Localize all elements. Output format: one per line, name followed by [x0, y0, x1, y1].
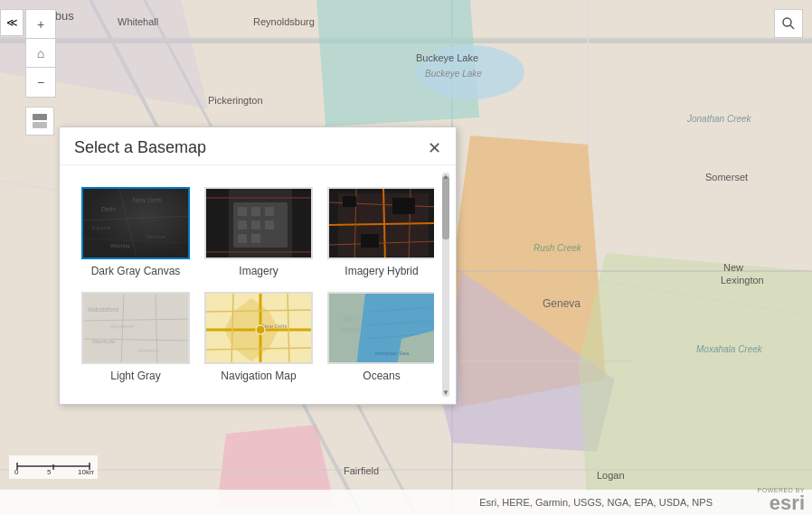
zoom-controls: + ⌂ − [25, 9, 56, 98]
basemap-item-imagery-hybrid[interactable]: Imagery Hybrid [320, 180, 434, 285]
svg-rect-57 [292, 189, 311, 258]
svg-line-36 [790, 25, 794, 29]
svg-text:Whitehall: Whitehall [118, 16, 158, 27]
basemap-item-dark-gray-canvas[interactable]: Delhi New Delhi Karachi Mumbai Wachita D… [74, 180, 197, 285]
svg-text:5: 5 [47, 468, 52, 475]
svg-text:Fairfield: Fairfield [344, 465, 379, 476]
svg-text:Reynoldsburg: Reynoldsburg [253, 16, 315, 27]
attribution-text: Esri, HERE, Garmin, USGS, NGA, EPA, USDA… [479, 497, 713, 508]
svg-text:New: New [723, 262, 743, 273]
svg-rect-51 [238, 220, 247, 229]
svg-text:New Delhi: New Delhi [133, 197, 162, 203]
svg-text:Buckeye Lake: Buckeye Lake [425, 69, 482, 79]
scale-bar: 0 5 10km [9, 455, 98, 479]
svg-rect-50 [265, 207, 274, 216]
basemap-modal-title: Select a Basemap [74, 138, 206, 157]
basemap-thumb-imagery [204, 187, 313, 259]
svg-text:Moxahala Creek: Moxahala Creek [696, 344, 763, 354]
svg-text:Buckeye Lake: Buckeye Lake [416, 52, 478, 63]
basemap-toggle-button[interactable] [25, 107, 54, 136]
basemap-close-button[interactable]: ✕ [428, 140, 441, 156]
modal-scrollbar[interactable]: ▲ ▼ [439, 173, 452, 397]
basemap-label-imagery-hybrid: Imagery Hybrid [345, 265, 418, 277]
basemap-label-navigation-map: Navigation Map [221, 370, 296, 382]
svg-line-43 [83, 216, 190, 220]
basemap-modal-header: Select a Basemap ✕ [60, 127, 456, 165]
svg-text:Jonathan Creek: Jonathan Creek [686, 114, 752, 124]
scrollbar-thumb[interactable] [442, 176, 449, 239]
svg-rect-52 [251, 220, 260, 229]
svg-rect-54 [238, 234, 247, 243]
basemap-item-navigation-map[interactable]: New Delhi Navigation Map [197, 285, 320, 389]
basemap-thumb-dark-gray-canvas: Delhi New Delhi Karachi Mumbai Wachita [81, 187, 190, 259]
svg-text:Geneva: Geneva [543, 297, 581, 310]
scroll-down-arrow[interactable]: ▼ [442, 389, 449, 397]
zoom-out-button[interactable]: − [26, 68, 55, 97]
basemap-thumb-oceans: Bay of Bengal Andaman Sea [327, 292, 434, 364]
svg-text:Andaman Sea: Andaman Sea [374, 351, 410, 356]
svg-text:Logan: Logan [597, 470, 625, 481]
svg-rect-56 [206, 189, 229, 258]
svg-rect-68 [343, 196, 356, 207]
attribution-bar: Esri, HERE, Garmin, USGS, NGA, EPA, USDA… [0, 490, 812, 515]
svg-rect-48 [238, 207, 247, 216]
svg-text:Somerset: Somerset [705, 172, 748, 183]
basemap-thumb-light-gray: Abbotsford Algonquin Aberfoyle Allenford [81, 292, 190, 364]
svg-rect-34 [33, 122, 47, 128]
zoom-in-button[interactable]: + [26, 10, 55, 39]
svg-text:Mumbai: Mumbai [146, 234, 165, 239]
home-icon: ⌂ [37, 46, 44, 61]
svg-text:New Delhi: New Delhi [262, 323, 287, 329]
svg-text:Delhi: Delhi [101, 206, 116, 212]
layers-icon [31, 112, 49, 130]
basemap-label-oceans: Oceans [363, 370, 400, 382]
search-icon [781, 16, 796, 31]
basemap-grid: Delhi New Delhi Karachi Mumbai Wachita D… [67, 173, 434, 397]
basemap-item-light-gray[interactable]: Abbotsford Algonquin Aberfoyle Allenford… [74, 285, 197, 389]
svg-rect-53 [265, 220, 274, 229]
home-button[interactable]: ⌂ [26, 39, 55, 68]
svg-text:10km: 10km [78, 468, 94, 475]
svg-text:Rush Creek: Rush Creek [533, 243, 582, 253]
svg-line-45 [83, 239, 190, 243]
basemap-label-light-gray: Light Gray [110, 370, 160, 382]
svg-text:0: 0 [14, 468, 19, 475]
esri-logo: POWERED BY esri [758, 487, 805, 513]
svg-text:Allenford: Allenford [137, 348, 159, 353]
double-chevron-left-icon: ≪ [6, 16, 18, 29]
svg-text:Pickerington: Pickerington [208, 95, 263, 106]
svg-rect-69 [361, 234, 379, 248]
svg-rect-70 [392, 198, 415, 214]
basemap-item-imagery[interactable]: Imagery [197, 180, 320, 285]
basemap-item-oceans[interactable]: Bay of Bengal Andaman Sea [320, 285, 434, 389]
basemap-thumb-imagery-hybrid [327, 187, 434, 259]
svg-rect-49 [251, 207, 260, 216]
basemap-modal: Select a Basemap ✕ Delhi New Delhi Karac… [59, 126, 457, 405]
svg-text:Karachi: Karachi [92, 225, 110, 230]
basemap-label-dark-gray-canvas: Dark Gray Canvas [91, 265, 181, 277]
basemap-thumb-navigation-map: New Delhi [204, 292, 313, 364]
search-button[interactable] [774, 9, 803, 38]
svg-line-44 [119, 189, 137, 259]
collapse-panel-button[interactable]: ≪ [0, 9, 24, 36]
svg-point-35 [783, 18, 791, 26]
svg-rect-71 [83, 294, 190, 364]
svg-text:Abbotsford: Abbotsford [88, 306, 118, 313]
basemap-label-imagery: Imagery [239, 265, 278, 277]
svg-text:Wachita: Wachita [110, 243, 130, 248]
svg-text:Lexington: Lexington [721, 275, 764, 286]
svg-rect-55 [251, 234, 260, 243]
svg-rect-33 [33, 114, 47, 120]
esri-name-text: esri [770, 493, 805, 513]
svg-rect-37 [83, 189, 190, 259]
svg-point-85 [256, 325, 265, 334]
scroll-up-arrow[interactable]: ▲ [442, 173, 449, 181]
